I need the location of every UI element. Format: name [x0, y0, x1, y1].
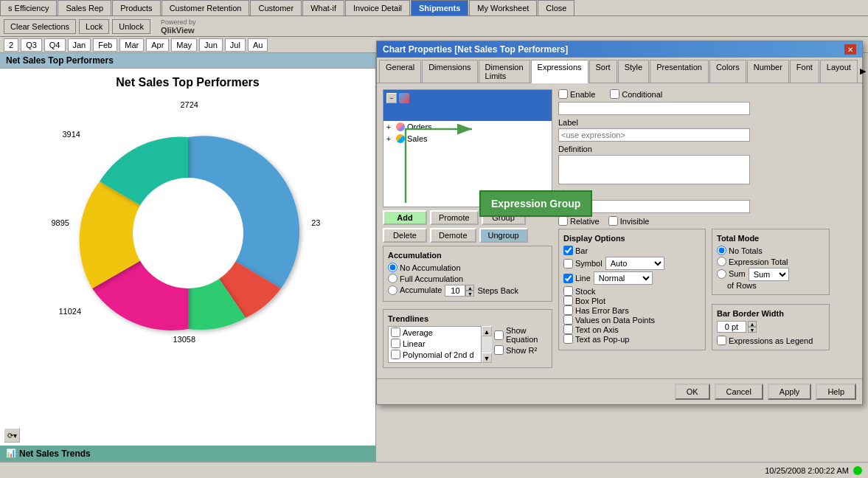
trendline-linear[interactable]: Linear: [389, 338, 490, 349]
scroll-down-btn[interactable]: ▼: [482, 353, 492, 363]
filter-aug[interactable]: Au: [248, 38, 268, 52]
lock-button[interactable]: Lock: [79, 19, 109, 34]
dialog-tab-presentation[interactable]: Presentation: [650, 60, 709, 83]
more-tabs-arrow[interactable]: ▶: [860, 60, 866, 83]
tab-my-worksheet[interactable]: My Worksheet: [469, 0, 537, 15]
tab-customer[interactable]: Customer: [250, 0, 302, 15]
cancel-button[interactable]: Cancel: [715, 384, 763, 400]
trendlines-list[interactable]: Average Linear Polynomial of 2nd d: [388, 326, 491, 363]
scroll-up-btn[interactable]: ▲: [482, 326, 492, 336]
dialog-tab-font[interactable]: Font: [790, 60, 819, 83]
dialog-tab-sort[interactable]: Sort: [589, 60, 617, 83]
full-accumulation-radio[interactable]: Full Accumulation: [388, 274, 547, 283]
expression-total-radio[interactable]: Expression Total: [717, 257, 824, 266]
filter-mar[interactable]: Mar: [119, 38, 144, 52]
trendlines-title: Trendlines: [388, 314, 547, 323]
sales-label: Sales: [407, 134, 428, 143]
main-tab-bar: s Efficiency Sales Rep Products Customer…: [0, 0, 868, 16]
filter-jan[interactable]: Jan: [68, 38, 91, 52]
dialog-tab-general[interactable]: General: [379, 60, 421, 83]
trendline-polynomial[interactable]: Polynomial of 2nd d: [389, 349, 490, 360]
filter-may[interactable]: May: [171, 38, 197, 52]
invisible-checkbox[interactable]: Invisible: [608, 216, 650, 226]
text-on-axis-checkbox[interactable]: Text on Axis: [563, 325, 701, 334]
tab-products[interactable]: Products: [112, 0, 160, 15]
bar-border-spin-up[interactable]: ▲: [748, 321, 757, 327]
line-select[interactable]: Normal: [594, 271, 653, 285]
tab-customer-retention[interactable]: Customer Retention: [162, 0, 250, 15]
expr-sales-item[interactable]: + Sales: [383, 133, 552, 145]
trend-icon: 📊: [6, 448, 16, 458]
stock-checkbox[interactable]: Stock: [563, 286, 701, 296]
show-equation-checkbox[interactable]: Show Equation: [494, 326, 547, 344]
tab-sales-rep[interactable]: Sales Rep: [58, 0, 111, 15]
definition-textarea[interactable]: [558, 155, 750, 184]
error-bars-checkbox[interactable]: Has Error Bars: [563, 305, 701, 315]
spin-down[interactable]: ▼: [465, 291, 474, 297]
promote-button[interactable]: Promote: [430, 210, 479, 225]
dialog-tab-colors[interactable]: Colors: [709, 60, 746, 83]
sum-radio[interactable]: Sum: [717, 269, 746, 279]
filter-2[interactable]: 2: [4, 38, 18, 52]
no-accumulation-radio[interactable]: No Accumulation: [388, 263, 547, 272]
expr-collapse-btn[interactable]: −: [386, 93, 397, 103]
accumulate-radio[interactable]: Accumulate: [388, 285, 442, 295]
expr-root-row[interactable]: −: [383, 90, 552, 106]
tab-invoice-detail[interactable]: Invoice Detail: [345, 0, 410, 15]
trendlines-section: Trendlines Average Linear: [383, 309, 552, 368]
clear-selections-button[interactable]: Clear Selections: [4, 19, 76, 34]
tab-what-if[interactable]: What-if: [302, 0, 344, 15]
apply-button[interactable]: Apply: [768, 384, 812, 400]
dialog-tab-dimension-limits[interactable]: Dimension Limits: [479, 60, 530, 83]
filter-jun[interactable]: Jun: [199, 38, 223, 52]
expr-as-legend-checkbox[interactable]: Expressions as Legend: [717, 336, 824, 345]
filter-apr[interactable]: Apr: [146, 38, 169, 52]
dialog-tab-number[interactable]: Number: [747, 60, 789, 83]
spin-up[interactable]: ▲: [465, 285, 474, 291]
filter-feb[interactable]: Feb: [93, 38, 117, 52]
bar-border-input[interactable]: [717, 321, 746, 333]
symbol-checkbox[interactable]: Symbol: [563, 259, 603, 269]
filter-q4[interactable]: Q4: [44, 38, 66, 52]
steps-back-input[interactable]: ▲ ▼: [445, 285, 474, 297]
box-plot-checkbox[interactable]: Box Plot: [563, 296, 701, 305]
tab-shipments[interactable]: Shipments: [411, 0, 468, 15]
dialog-tab-dimensions[interactable]: Dimensions: [422, 60, 477, 83]
options-row: Display Options Bar Symbol Auto: [558, 229, 856, 355]
tab-efficiency[interactable]: s Efficiency: [0, 0, 57, 15]
delete-button[interactable]: Delete: [383, 228, 427, 243]
chart-panel: Net Sales Top Performers Net Sales Top P…: [0, 53, 376, 462]
ungroup-button[interactable]: Ungroup: [479, 228, 528, 243]
bar-border-spin-down[interactable]: ▼: [748, 327, 757, 333]
dialog-tab-style[interactable]: Style: [618, 60, 649, 83]
expr-orders-item[interactable]: + Orders: [383, 121, 552, 133]
trendline-average[interactable]: Average: [389, 327, 490, 338]
conditional-input[interactable]: [558, 102, 750, 115]
show-r2-checkbox[interactable]: Show R²: [494, 345, 547, 355]
bar-checkbox[interactable]: Bar: [563, 246, 701, 255]
enable-checkbox[interactable]: Enable: [558, 89, 595, 99]
conditional-checkbox[interactable]: Conditional: [610, 89, 662, 99]
values-on-data-checkbox[interactable]: Values on Data Points: [563, 315, 701, 325]
symbol-select[interactable]: Auto: [605, 257, 664, 270]
tab-close[interactable]: Close: [538, 0, 574, 15]
demote-button[interactable]: Demote: [430, 228, 476, 243]
line-checkbox[interactable]: Line: [563, 274, 591, 283]
dialog-close-button[interactable]: ✕: [844, 44, 856, 55]
sum-select[interactable]: Sum: [749, 268, 789, 281]
filter-jul[interactable]: Jul: [225, 38, 246, 52]
help-button[interactable]: Help: [816, 384, 856, 400]
expr-selected-row[interactable]: [383, 106, 552, 121]
dialog-tab-layout[interactable]: Layout: [820, 60, 858, 83]
ok-button[interactable]: OK: [675, 384, 710, 400]
chart-controls[interactable]: ⟳▾: [4, 428, 20, 443]
relative-checkbox[interactable]: Relative: [558, 216, 600, 226]
text-as-popup-checkbox[interactable]: Text as Pop-up: [563, 334, 701, 344]
add-button[interactable]: Add: [383, 210, 427, 225]
dialog-tab-expressions[interactable]: Expressions: [531, 60, 588, 83]
no-totals-radio[interactable]: No Totals: [717, 246, 824, 255]
filter-q3[interactable]: Q3: [21, 38, 42, 52]
unlock-button[interactable]: Unlock: [112, 19, 150, 34]
label-input[interactable]: [558, 128, 750, 142]
chart-action-icon[interactable]: ⟳▾: [4, 428, 20, 443]
